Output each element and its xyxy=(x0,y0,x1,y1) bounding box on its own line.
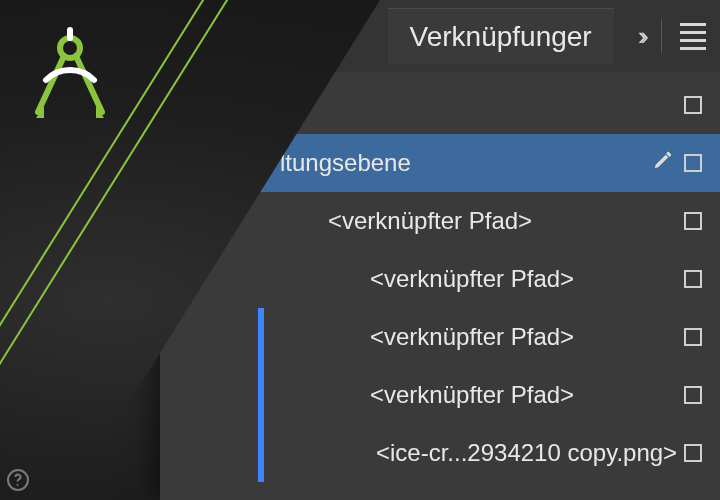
selection-indicator xyxy=(258,308,264,366)
target-checkbox[interactable] xyxy=(684,212,702,230)
layer-row[interactable]: <verknüpfter Pfad> xyxy=(160,366,720,424)
layer-row[interactable]: <ice-cr...2934210 copy.png> xyxy=(160,424,720,482)
panel-tabbar: Verknüpfunger ›› xyxy=(160,0,720,72)
layer-label: <verknüpfter Pfad> xyxy=(328,207,684,235)
tab-links[interactable]: Verknüpfunger xyxy=(388,8,614,64)
layer-label: <verknüpfter Pfad> xyxy=(370,265,684,293)
tab-label: Verknüpfunger xyxy=(410,21,592,53)
help-icon[interactable] xyxy=(6,468,30,496)
panel-menu-icon[interactable] xyxy=(680,23,706,50)
layer-label: ltungsebene xyxy=(280,149,642,177)
layer-row[interactable]: <verknüpfter Pfad> xyxy=(160,308,720,366)
layer-row[interactable]: ltungsebene xyxy=(160,134,720,192)
layer-row[interactable]: <verknüpfter Pfad> xyxy=(160,192,720,250)
target-checkbox[interactable] xyxy=(684,328,702,346)
layer-row[interactable] xyxy=(160,76,720,134)
selection-indicator xyxy=(258,366,264,424)
svg-point-5 xyxy=(17,484,19,486)
layer-row[interactable]: <verknüpfter Pfad> xyxy=(160,250,720,308)
collapse-icon[interactable]: ›› xyxy=(638,21,643,52)
target-checkbox[interactable] xyxy=(684,386,702,404)
layer-row[interactable]: ❯ <Gruppe> xyxy=(160,482,720,500)
layer-label: <verknüpfter Pfad> xyxy=(370,381,684,409)
layer-label: <verknüpfter Pfad> xyxy=(370,323,684,351)
layers-panel: Verknüpfunger ›› ltungsebene <verknüpfte… xyxy=(160,0,720,500)
divider xyxy=(661,19,662,53)
selection-indicator xyxy=(258,424,264,482)
target-checkbox[interactable] xyxy=(684,444,702,462)
target-checkbox[interactable] xyxy=(684,154,702,172)
layer-label: <ice-cr...2934210 copy.png> xyxy=(376,439,684,467)
target-checkbox[interactable] xyxy=(684,270,702,288)
pen-icon xyxy=(652,149,674,177)
app-logo-icon xyxy=(20,22,120,122)
layers-list: ltungsebene <verknüpfter Pfad> <verknüpf… xyxy=(160,72,720,500)
target-checkbox[interactable] xyxy=(684,96,702,114)
